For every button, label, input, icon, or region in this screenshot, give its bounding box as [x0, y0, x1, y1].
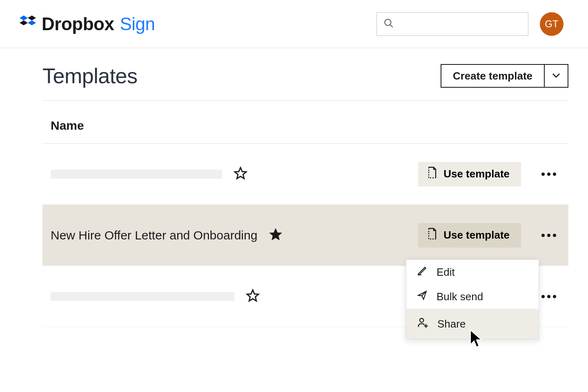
menu-item-share[interactable]: Share: [406, 309, 539, 339]
use-template-button[interactable]: Use template: [418, 223, 521, 248]
document-icon: [427, 228, 437, 243]
star-toggle[interactable]: [269, 228, 283, 243]
use-template-label: Use template: [443, 229, 510, 241]
svg-point-11: [420, 318, 423, 322]
header: Dropbox Sign GT: [0, 0, 588, 48]
star-outline-icon: [246, 289, 260, 304]
row-actions-menu: Edit Bulk send Share: [406, 259, 539, 339]
use-template-button[interactable]: Use template: [418, 162, 521, 186]
menu-label: Share: [437, 318, 466, 330]
svg-marker-0: [20, 16, 28, 20]
svg-marker-3: [28, 20, 36, 25]
star-filled-icon: [269, 228, 283, 243]
svg-marker-7: [270, 228, 281, 239]
svg-marker-6: [235, 167, 246, 178]
create-template-button[interactable]: Create template: [441, 64, 545, 88]
star-toggle[interactable]: [234, 166, 247, 182]
svg-marker-1: [28, 16, 36, 20]
create-template-dropdown[interactable]: [545, 64, 568, 88]
svg-line-5: [390, 24, 393, 27]
avatar-initials: GT: [545, 18, 558, 30]
table-row: Use template: [42, 144, 568, 205]
brand-sub: Sign: [120, 14, 155, 34]
more-actions-button[interactable]: [537, 230, 560, 241]
svg-marker-2: [20, 20, 28, 25]
page-title: Templates: [42, 64, 138, 88]
send-icon: [417, 290, 428, 303]
more-actions-button[interactable]: [537, 291, 560, 302]
menu-label: Bulk send: [437, 290, 483, 303]
svg-marker-8: [247, 290, 258, 301]
row-name-placeholder: [51, 292, 234, 301]
row-name[interactable]: New Hire Offer Letter and Onboarding: [51, 228, 257, 242]
menu-item-bulk-send[interactable]: Bulk send: [406, 284, 539, 309]
share-icon: [417, 317, 428, 331]
row-name-placeholder: [51, 170, 222, 179]
menu-label: Edit: [437, 266, 455, 279]
search-icon: [383, 18, 394, 30]
search-input[interactable]: [376, 12, 528, 36]
star-toggle[interactable]: [246, 289, 260, 304]
use-template-label: Use template: [443, 168, 510, 180]
avatar[interactable]: GT: [540, 12, 564, 36]
edit-icon: [417, 266, 428, 279]
column-header-name: Name: [42, 101, 568, 144]
logo[interactable]: Dropbox Sign: [20, 14, 155, 34]
table-row: New Hire Offer Letter and Onboarding: [42, 205, 568, 266]
chevron-down-icon: [552, 72, 560, 80]
dropbox-logo-icon: [20, 16, 36, 33]
brand-main: Dropbox: [42, 14, 114, 34]
star-outline-icon: [234, 166, 247, 182]
document-icon: [427, 166, 437, 182]
svg-point-4: [385, 19, 391, 25]
more-actions-button[interactable]: [537, 168, 560, 180]
menu-item-edit[interactable]: Edit: [406, 260, 539, 284]
